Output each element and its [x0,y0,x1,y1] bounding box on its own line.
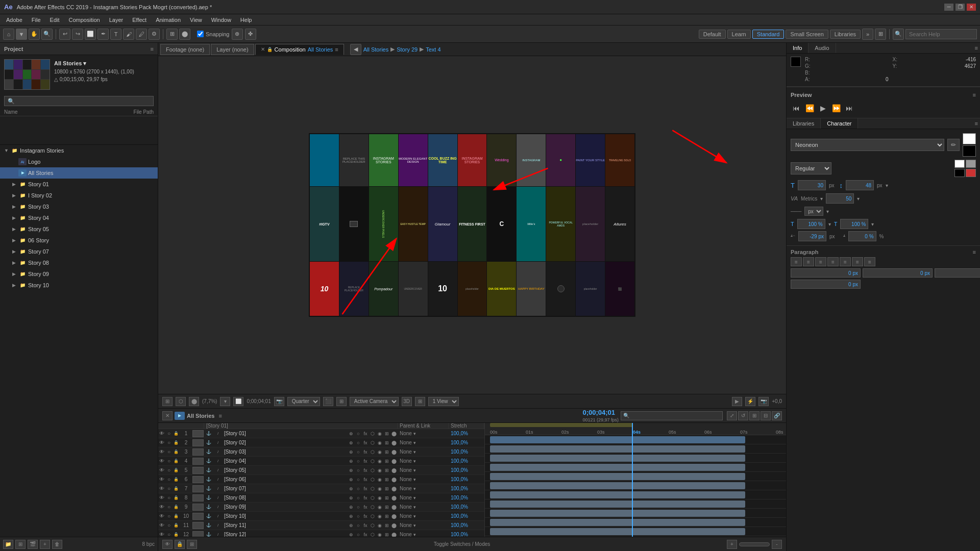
layer-lock[interactable]: 🔒 [173,449,180,454]
tree-item-instagram-stories[interactable]: ▼ 📁 Instagram Stories [0,145,158,156]
playhead[interactable] [632,423,633,537]
tab-audio[interactable]: Audio [808,43,836,53]
layer-parent[interactable]: None ▾ [398,522,449,528]
layer-name[interactable]: [Story 01] [222,431,348,436]
track-bar[interactable] [490,436,745,443]
new-folder-btn[interactable]: 📁 [3,540,13,549]
breadcrumb-back[interactable]: ◀ [350,44,361,55]
breadcrumb-story29[interactable]: Story 29 [397,46,418,53]
menu-window[interactable]: Window [207,16,235,24]
tab-info[interactable]: Info [787,43,808,53]
preview-first[interactable]: ⏮ [791,103,802,114]
tracking-field[interactable] [826,193,854,204]
layer-vis-toggle[interactable]: 👁 [158,431,165,436]
tree-item-story02[interactable]: ▶ 📁 I Story 02 [0,190,158,201]
workspace-libraries[interactable]: Libraries [830,30,861,39]
layer-pen[interactable]: / [214,495,222,500]
layer-parent[interactable]: None ▾ [398,532,449,537]
tl-zoom-out[interactable]: - [772,540,782,549]
layer-lock[interactable]: 🔒 [173,468,180,472]
char-panel-menu[interactable]: ≡ [973,118,980,129]
layer-solo[interactable]: ○ [165,513,173,519]
scale-dropdown[interactable]: ▾ [828,221,831,227]
preview-prev[interactable]: ⏪ [804,103,815,114]
camera-btn[interactable]: ⬤ [179,29,190,40]
layer-solo[interactable]: ○ [165,522,173,528]
track-bar[interactable] [490,500,745,508]
select-tool[interactable]: ▼ [16,29,27,40]
layer-pen[interactable]: / [214,440,222,445]
style-dropdown[interactable]: Regular [791,162,831,174]
layer-parent[interactable]: None ▾ [398,504,449,510]
snap-icon[interactable]: ✤ [245,29,256,40]
layer-vis-toggle[interactable]: 👁 [158,458,165,464]
menu-view[interactable]: View [186,16,206,24]
tab-layer[interactable]: Layer (none) [211,44,254,55]
layer-parent[interactable]: None ▾ [398,467,449,473]
layer-name[interactable]: [Story 09] [222,504,348,510]
layer-solo[interactable]: ○ [165,449,173,455]
baseline-field[interactable] [798,231,826,241]
layer-pen[interactable]: / [214,459,222,463]
layer-lock[interactable]: 🔒 [173,477,180,482]
swatch-white[interactable] [954,160,965,168]
workspace-default[interactable]: Default [699,30,726,39]
view-btn[interactable]: ⊞ [415,397,425,406]
layer-pen[interactable]: / [214,431,222,436]
comp-tab-menu[interactable]: ≡ [335,46,338,53]
justify-left[interactable]: ≡ [827,257,839,266]
layer-solo[interactable]: ○ [165,440,173,445]
tree-item-all-stories[interactable]: ▶ All Stories [0,167,158,179]
layer-parent[interactable]: None ▾ [398,440,449,445]
layer-vis-toggle[interactable]: 👁 [158,504,165,510]
home-button[interactable]: ⌂ [3,29,14,40]
footage-btn[interactable]: 🎬 [28,540,38,549]
track-bar[interactable] [490,510,745,517]
redo-button[interactable]: ↪ [72,29,83,40]
layer-solo[interactable]: ○ [165,532,173,537]
layer-parent[interactable]: None ▾ [398,495,449,500]
search-input[interactable] [905,29,977,39]
layer-parent[interactable]: None ▾ [398,458,449,464]
layer-vis-toggle[interactable]: 👁 [158,495,165,500]
layer-lock[interactable]: 🔒 [173,505,180,509]
tl-zoom-in[interactable]: + [727,540,737,549]
tree-item-story07[interactable]: ▶ 📁 Story 07 [0,246,158,257]
restore-button[interactable]: ❐ [955,4,965,11]
delete-btn[interactable]: 🗑 [52,540,62,549]
track-bar[interactable] [490,445,745,453]
tree-item-story10[interactable]: ▶ 📁 Story 10 [0,280,158,291]
layer-solo[interactable]: ○ [165,431,173,436]
layer-pen[interactable]: / [214,477,222,482]
mask-btn[interactable]: ⬡ [176,397,186,406]
layer-name[interactable]: [Story 04] [222,458,348,464]
horz-scale-field[interactable] [797,219,825,229]
layer-solo[interactable]: ○ [165,495,173,500]
tab-close-icon[interactable]: ✕ [261,46,265,52]
shape-tool[interactable]: ⬜ [85,29,96,40]
layer-parent[interactable]: None ▾ [398,431,449,436]
menu-animation[interactable]: Animation [152,16,185,24]
menu-effect[interactable]: Effect [128,16,151,24]
tl-footer-btn1[interactable]: 👁 [162,540,173,549]
workspace-more[interactable]: » [862,29,873,40]
layer-name[interactable]: [Story 10] [222,513,348,519]
layer-anchor[interactable]: ⚓ [204,505,214,509]
metrics-dropdown-arrow[interactable]: ▾ [820,196,823,202]
layer-anchor[interactable]: ⚓ [204,523,214,528]
snap-options[interactable]: ⊕ [232,29,243,40]
minimize-button[interactable]: ─ [944,4,953,11]
layer-vis-toggle[interactable]: 👁 [158,440,165,445]
layer-pen[interactable]: / [214,468,222,472]
workspace-standard[interactable]: Standard [752,30,785,39]
layer-solo[interactable]: ○ [165,486,173,491]
layer-vis-toggle[interactable]: 👁 [158,486,165,491]
menu-composition[interactable]: Composition [65,16,104,24]
layer-vis-toggle[interactable]: 👁 [158,532,165,537]
vert-scale-field[interactable] [840,219,868,229]
quality-dropdown[interactable]: Quarter [287,397,320,406]
layer-vis-toggle[interactable]: 👁 [158,477,165,482]
tl-tool-3[interactable]: ⊞ [749,411,760,420]
layer-pen[interactable]: / [214,514,222,518]
res-btn[interactable]: ⬜ [233,397,243,406]
